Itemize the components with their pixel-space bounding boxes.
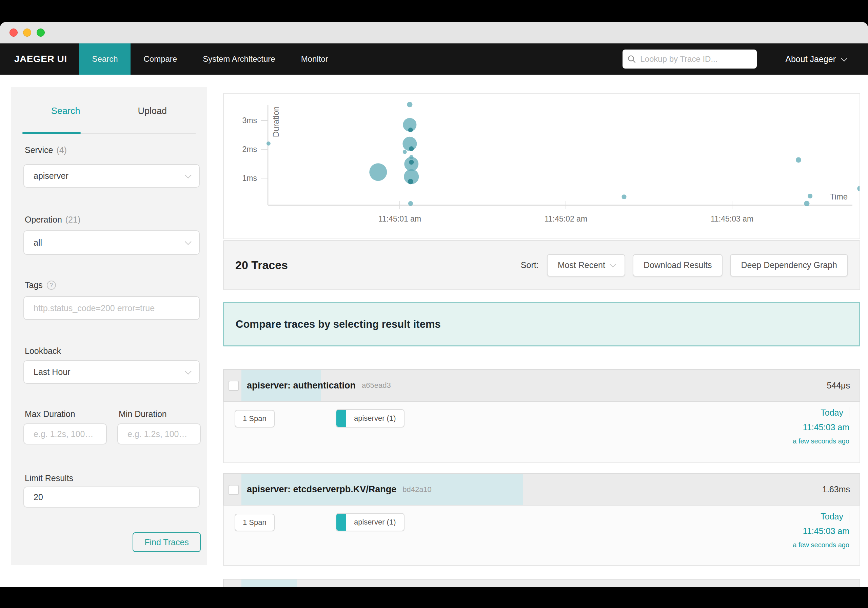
trace-select-checkbox[interactable] [228, 485, 239, 495]
svg-text:2ms: 2ms [242, 145, 257, 154]
trace-title: apiserver: authentication a65ead3 [247, 370, 391, 401]
active-tab-indicator [22, 132, 81, 134]
max-duration-input[interactable] [34, 429, 97, 439]
trace-id-search-box[interactable] [623, 50, 757, 68]
top-nav: JAEGER UI Search Compare System Architec… [0, 44, 868, 75]
compare-banner-text: Compare traces by selecting result items [236, 318, 441, 330]
min-duration-input[interactable] [127, 429, 191, 439]
trace-point[interactable] [369, 163, 387, 181]
nav-item-search[interactable]: Search [79, 44, 130, 75]
trace-select-checkbox[interactable] [228, 381, 239, 391]
trace-duration: 544μs [827, 370, 850, 401]
chevron-down-icon [185, 368, 192, 375]
sidebar-tabs: Search Upload [22, 106, 195, 117]
min-duration-field [117, 423, 201, 445]
trace-card-body[interactable]: 1 Span apiserver (1) Today 11:45:03 am a… [223, 402, 860, 463]
limit-results-input[interactable] [34, 492, 189, 502]
tags-field [23, 296, 200, 320]
trace-point[interactable] [857, 186, 860, 191]
chevron-down-icon [185, 238, 192, 245]
about-jaeger-menu[interactable]: About Jaeger [785, 54, 846, 64]
span-count-pill: 1 Span [235, 514, 274, 531]
trace-card-header[interactable]: apiserver: authentication a65ead3 544μs [223, 369, 860, 402]
service-select-value: apiserver [34, 171, 68, 181]
svg-text:11:45:02 am: 11:45:02 am [544, 215, 587, 223]
trace-point[interactable] [622, 194, 626, 199]
duration-scatter-plot[interactable]: 1ms2ms3ms11:45:01 am11:45:02 am11:45:03 … [224, 94, 860, 238]
download-results-button[interactable]: Download Results [633, 254, 723, 277]
trace-point[interactable] [808, 194, 812, 199]
macos-titlebar [0, 22, 868, 44]
duration-scatter-panel: 1ms2ms3ms11:45:01 am11:45:02 am11:45:03 … [223, 93, 860, 239]
nav-item-system-architecture[interactable]: System Architecture [190, 44, 288, 75]
chevron-down-icon [610, 261, 616, 267]
service-tag: apiserver (1) [336, 409, 405, 428]
results-toolbar: 20 Traces Sort: Most Recent Download Res… [223, 240, 860, 290]
trace-point[interactable] [267, 142, 271, 146]
svg-text:Duration: Duration [271, 107, 281, 137]
tab-search[interactable]: Search [22, 106, 109, 117]
close-window-icon[interactable] [9, 28, 18, 37]
max-duration-label: Max Duration [25, 409, 75, 419]
nav-item-compare[interactable]: Compare [130, 44, 190, 75]
trace-point[interactable] [409, 146, 414, 151]
trace-id: a65ead3 [362, 381, 391, 390]
span-count-pill: 1 Span [235, 410, 274, 428]
jaeger-logo[interactable]: JAEGER UI [14, 54, 67, 64]
trace-timestamp: Today 11:45:03 am a few seconds ago [793, 407, 849, 445]
lookback-select[interactable]: Last Hour [23, 360, 200, 384]
trace-point[interactable] [408, 201, 413, 206]
divider [849, 407, 849, 418]
lookback-label: Lookback [25, 346, 61, 356]
trace-title: apiserver: etcdserverpb.KV/Range bd42a10 [247, 474, 432, 505]
screen: JAEGER UI Search Compare System Architec… [0, 0, 868, 608]
trace-point[interactable] [409, 160, 414, 165]
chevron-down-icon [185, 172, 192, 179]
sort-select-value: Most Recent [558, 260, 605, 270]
sort-label: Sort: [521, 260, 539, 270]
tab-upload[interactable]: Upload [109, 106, 196, 117]
service-tag: apiserver (1) [336, 513, 405, 531]
tags-label: Tags ? [25, 280, 56, 290]
svg-text:3ms: 3ms [242, 116, 257, 125]
letterbox-bar [0, 587, 868, 608]
minimize-window-icon[interactable] [23, 28, 31, 37]
trace-point[interactable] [407, 102, 412, 107]
deep-dependency-graph-button[interactable]: Deep Dependency Graph [730, 254, 848, 277]
service-color-swatch [336, 410, 346, 427]
svg-text:11:45:01 am: 11:45:01 am [378, 215, 421, 223]
trace-id-search-input[interactable] [640, 54, 752, 64]
limit-results-field [23, 487, 200, 508]
service-select[interactable]: apiserver [23, 164, 200, 188]
trace-card-header[interactable]: apiserver: etcdserverpb.KV/Range bd42a10… [223, 473, 860, 505]
svg-text:11:45:03 am: 11:45:03 am [711, 215, 753, 223]
trace-point[interactable] [796, 157, 801, 163]
trace-point[interactable] [403, 150, 407, 154]
tags-input[interactable] [34, 303, 189, 313]
sort-select[interactable]: Most Recent [547, 254, 625, 277]
trace-id: bd42a10 [403, 485, 432, 494]
max-duration-field [23, 423, 107, 445]
service-label: Service(4) [25, 145, 67, 155]
divider [849, 511, 849, 522]
svg-text:Time: Time [830, 192, 848, 201]
operation-select[interactable]: all [23, 230, 200, 255]
zoom-window-icon[interactable] [37, 28, 45, 37]
nav-item-monitor[interactable]: Monitor [288, 44, 341, 75]
trace-point[interactable] [408, 179, 413, 184]
app-window: JAEGER UI Search Compare System Architec… [0, 22, 868, 608]
about-jaeger-label: About Jaeger [785, 54, 836, 64]
trace-point[interactable] [804, 201, 810, 206]
operation-select-value: all [34, 238, 42, 248]
min-duration-label: Min Duration [119, 409, 167, 419]
trace-point[interactable] [408, 128, 413, 132]
limit-results-label: Limit Results [25, 473, 73, 483]
trace-duration: 1.63ms [822, 474, 850, 505]
trace-timestamp: Today 11:45:03 am a few seconds ago [793, 511, 849, 549]
trace-count-title: 20 Traces [235, 258, 288, 272]
find-traces-button[interactable]: Find Traces [133, 532, 201, 552]
help-icon[interactable]: ? [47, 281, 56, 290]
service-color-swatch [336, 514, 346, 531]
lookback-select-value: Last Hour [34, 367, 70, 377]
trace-card-body[interactable]: 1 Span apiserver (1) Today 11:45:03 am a… [223, 505, 860, 566]
